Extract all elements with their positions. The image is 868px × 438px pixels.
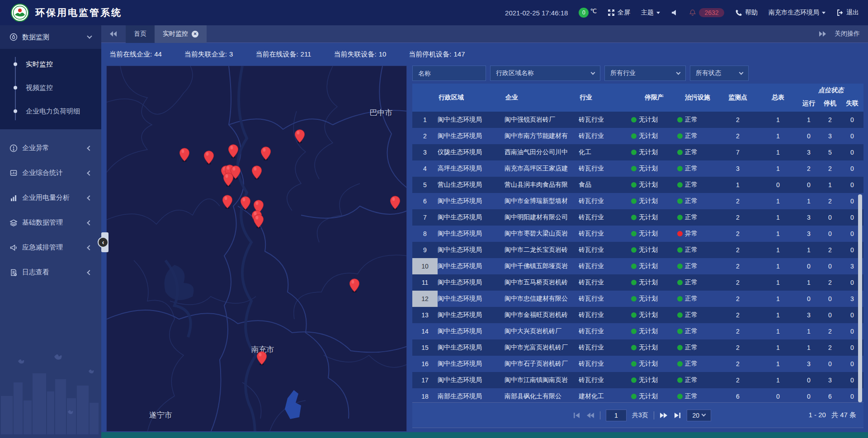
- table-row[interactable]: 2阆中生态环境局阆中市南方节能建材有砖瓦行业无计划正常21030: [412, 128, 863, 144]
- tab-realtime-monitor[interactable]: 实时监控 ✕: [155, 25, 207, 43]
- table-row[interactable]: 8阆中生态环境局阆中市枣碧大梁山页岩砖瓦行业无计划异常21300: [412, 226, 863, 242]
- map-pin[interactable]: [179, 148, 189, 162]
- tabs-scroll-right-icon[interactable]: [818, 31, 826, 37]
- status-filter-select[interactable]: 所有状态: [690, 66, 749, 81]
- table-scrollbar-thumb[interactable]: [858, 194, 862, 402]
- map-pin[interactable]: [204, 151, 214, 165]
- table-row[interactable]: 10阆中生态环境局阆中千佛镇五郎垭页岩砖瓦行业无计划正常21003: [412, 258, 863, 274]
- cell-running: 3: [798, 356, 819, 372]
- sidebar-item-base-data[interactable]: 基础数据管理: [0, 210, 101, 235]
- sidebar-item-label: 日志查看: [22, 268, 49, 277]
- cell-running: 1: [798, 323, 819, 339]
- sidebar-item-enterprise-abnormal[interactable]: 企业异常: [0, 136, 101, 160]
- cell-pollution-facility: 正常: [677, 128, 718, 144]
- cell-stop-limit: 无计划: [631, 144, 677, 160]
- cell-running: 0: [798, 372, 819, 388]
- table-row[interactable]: 14阆中生态环境局阆中大兴页岩机砖厂砖瓦行业无计划正常21120: [412, 323, 863, 339]
- theme-dropdown[interactable]: 主题: [641, 9, 660, 17]
- sidebar-item-log-view[interactable]: 日志查看: [0, 260, 101, 285]
- tab-close-icon[interactable]: ✕: [192, 31, 198, 38]
- table-row[interactable]: 18南部生态环境局南部县砜化土有限公建材化工无计划正常60060: [412, 388, 863, 402]
- cell-district: 阆中生态环境局: [438, 291, 505, 307]
- region-filter-select[interactable]: 行政区域名称: [490, 66, 600, 81]
- map-city-label: 巴中市: [369, 108, 392, 118]
- map-pin[interactable]: [294, 129, 305, 143]
- help-button[interactable]: 帮助: [735, 9, 758, 17]
- bullet-icon: [14, 62, 17, 66]
- cell-index: 4: [412, 160, 438, 177]
- map-pin[interactable]: [228, 144, 239, 158]
- col-monitor-points: 监测点: [718, 84, 758, 112]
- table-row[interactable]: 11阆中生态环境局阆中市五马桥页岩机砖砖瓦行业无计划正常21120: [412, 274, 863, 291]
- name-filter-field[interactable]: [412, 66, 486, 81]
- tab-home[interactable]: 首页: [126, 25, 155, 43]
- next-page-button[interactable]: [660, 412, 668, 419]
- stats-icon: [9, 169, 18, 177]
- page-size-select[interactable]: 20: [687, 410, 711, 421]
- table-body: 1阆中生态环境局阆中强锐页岩砖厂砖瓦行业无计划正常211202阆中生态环境局阆中…: [412, 112, 863, 402]
- prev-page-button[interactable]: [586, 412, 594, 419]
- map-pin[interactable]: [252, 165, 262, 179]
- map-pin[interactable]: [390, 196, 400, 210]
- table-row[interactable]: 4高坪生态环境局南充市高坪区王家店建砖瓦行业无计划正常31220: [412, 160, 863, 177]
- fullscreen-label: 全屏: [618, 9, 630, 17]
- org-dropdown[interactable]: 南充市生态环境局: [769, 9, 826, 17]
- cell-pollution-facility: 正常: [677, 258, 718, 274]
- map-pin[interactable]: [240, 196, 250, 210]
- sidebar-item-realtime-monitor[interactable]: 实时监控: [0, 52, 101, 76]
- table-row[interactable]: 12阆中生态环境局阆中市忠信建材有限公砖瓦行业无计划正常21003: [412, 291, 863, 307]
- sidebar-item-enterprise-stats[interactable]: 企业综合统计: [0, 160, 101, 185]
- col-enterprise: 企业: [505, 84, 579, 112]
- map-pin[interactable]: [222, 195, 232, 209]
- speaker-mute-icon[interactable]: [671, 9, 678, 16]
- cell-index: 11: [412, 274, 438, 291]
- industry-filter-select[interactable]: 所有行业: [604, 66, 686, 81]
- fullscreen-button[interactable]: 全屏: [608, 9, 630, 17]
- table-row[interactable]: 1阆中生态环境局阆中强锐页岩砖厂砖瓦行业无计划正常21120: [412, 112, 863, 128]
- map-panel[interactable]: 巴中市南充市遂宁市: [106, 66, 407, 432]
- cell-index: 17: [412, 372, 438, 388]
- table-row[interactable]: 6阆中生态环境局阆中市金博瑞新型墙材砖瓦行业无计划正常21120: [412, 193, 863, 209]
- sidebar-item-video-monitor[interactable]: 视频监控: [0, 76, 101, 99]
- datetime: 2021-02-25 17:46:18: [505, 9, 568, 17]
- cell-district: 阆中生态环境局: [438, 356, 505, 372]
- cell-stop-limit: 无计划: [631, 307, 677, 323]
- map-pin[interactable]: [223, 173, 234, 187]
- table-row[interactable]: 7阆中生态环境局阆中明阳建材有限公司砖瓦行业无计划正常21300: [412, 209, 863, 226]
- tab-label: 首页: [134, 30, 146, 38]
- map-pin[interactable]: [349, 278, 359, 292]
- notification-badge[interactable]: 2632: [689, 8, 724, 17]
- cell-industry: 砖瓦行业: [579, 372, 631, 388]
- map-pin[interactable]: [256, 351, 267, 365]
- chevron-down-icon: [656, 12, 660, 14]
- sidebar-item-power-analysis[interactable]: 企业用电量分析: [0, 185, 101, 210]
- cell-industry: 砖瓦行业: [579, 258, 631, 274]
- table-row[interactable]: 9阆中生态环境局阆中市二龙长宝页岩砖砖瓦行业无计划正常21120: [412, 242, 863, 258]
- table-row[interactable]: 16阆中生态环境局阆中市石子页岩机砖厂砖瓦行业无计划正常21300: [412, 356, 863, 372]
- table-row[interactable]: 13阆中生态环境局阆中市金福旺页岩机砖砖瓦行业无计划正常21300: [412, 307, 863, 323]
- tabs-scroll-left-icon[interactable]: [109, 31, 118, 37]
- map-pin[interactable]: [261, 146, 271, 160]
- map-panel-collapse-handle[interactable]: ‹: [98, 232, 109, 252]
- sidebar-item-emergency-reduction[interactable]: 应急减排管理: [0, 235, 101, 260]
- table-row[interactable]: 17阆中生态环境局阆中市江南镇阆南页岩砖瓦行业无计划正常21030: [412, 372, 863, 388]
- name-filter-input[interactable]: [418, 70, 480, 77]
- cell-enterprise: 阆中市石子页岩机砖厂: [505, 356, 579, 372]
- cell-enterprise: 阆中市二龙长宝页岩砖: [505, 242, 579, 258]
- cell-index: 1: [412, 112, 438, 128]
- close-operations-button[interactable]: 关闭操作: [835, 30, 860, 38]
- table-row[interactable]: 3仪陇生态环境局西南油气田分公司川中化工无计划正常71350: [412, 144, 863, 160]
- status-dot-green: [631, 394, 637, 399]
- cell-monitor-points: 2: [718, 242, 758, 258]
- logout-button[interactable]: 退出: [836, 9, 859, 17]
- table-row[interactable]: 15阆中生态环境局阆中市光富页岩机砖厂砖瓦行业无计划正常21120: [412, 339, 863, 356]
- first-page-button[interactable]: [573, 412, 581, 419]
- table-row[interactable]: 5营山生态环境局营山县润丰肉食品有限食品无计划正常10010: [412, 177, 863, 193]
- sidebar-item-data-monitor[interactable]: 数据监测: [0, 25, 101, 49]
- sidebar-item-power-load-detail[interactable]: 企业电力负荷明细: [0, 99, 101, 123]
- chevron-down-icon: [822, 12, 826, 14]
- page-number-input[interactable]: [606, 410, 627, 421]
- last-page-button[interactable]: [673, 412, 681, 419]
- map-pin[interactable]: [254, 214, 264, 228]
- cell-industry: 砖瓦行业: [579, 339, 631, 356]
